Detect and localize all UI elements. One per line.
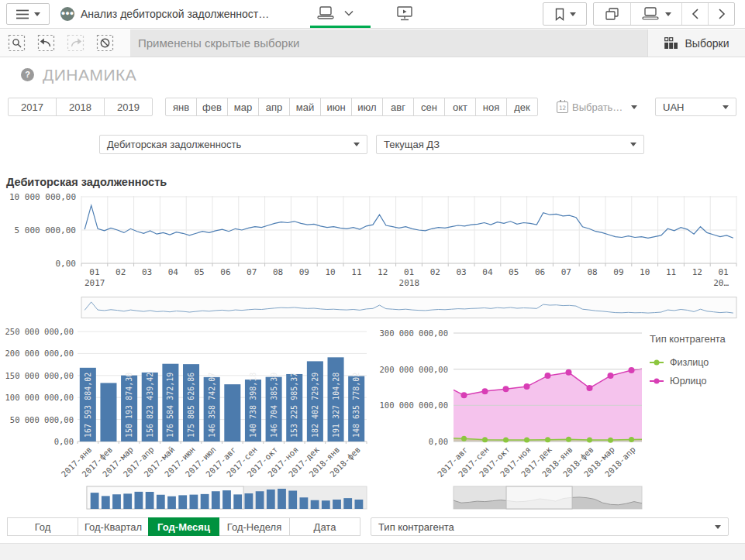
legend-item-Физлицо[interactable]: Физлицо [650, 357, 743, 368]
year-button-2018[interactable]: 2018 [56, 98, 105, 116]
bar-chart-navigator[interactable] [0, 485, 372, 513]
currency-select[interactable]: UAH [655, 98, 736, 116]
sheet-list-button[interactable] [630, 3, 681, 25]
caret-down-icon [631, 105, 637, 109]
chevron-down-icon [344, 10, 354, 16]
hamburger-icon [16, 9, 29, 19]
next-sheet-button[interactable] [708, 3, 734, 25]
year-button-2017[interactable]: 2017 [8, 98, 57, 116]
dz-type-value: Текущая ДЗ [384, 139, 440, 150]
svg-text:10: 10 [640, 267, 650, 277]
caret-down-icon [630, 143, 636, 146]
prev-sheet-button[interactable] [681, 3, 708, 25]
hidden-selections-message: Применены скрытые выборки [130, 29, 647, 57]
svg-text:01: 01 [89, 267, 99, 277]
legend-swatch-icon [650, 359, 664, 366]
period-tab-Год-Месяц[interactable]: Год-Месяц [148, 517, 219, 536]
currency-value: UAH [663, 101, 684, 113]
month-button-янв[interactable]: янв [165, 98, 197, 116]
svg-text:146 358 742,07: 146 358 742,07 [208, 373, 216, 438]
period-tab-Год-Квартал[interactable]: Год-Квартал [78, 517, 149, 536]
qlik-dashboard: ●●● Анализ дебиторской задолженност… [0, 0, 745, 560]
period-tab-Год[interactable]: Год [7, 517, 78, 536]
period-tab-group: ГодГод-КварталГод-МесяцГод-НеделяДата [8, 517, 360, 536]
active-sheet-underline [310, 26, 371, 28]
smart-search-icon[interactable] [8, 34, 26, 52]
month-button-июл[interactable]: июл [351, 98, 383, 116]
navigation-menu-button[interactable] [6, 3, 50, 25]
sheet-icon [642, 7, 659, 21]
bookmark-button[interactable] [543, 2, 587, 26]
sheet-selector-button[interactable] [316, 5, 354, 21]
app-thumbnail-icon[interactable]: ●●● [60, 7, 74, 21]
legend-items: ФизлицоЮрлицо [650, 357, 743, 387]
dz-type-select[interactable]: Текущая ДЗ [376, 135, 644, 154]
clear-selections-icon[interactable] [96, 34, 114, 52]
svg-text:191 327 104,28: 191 327 104,28 [332, 373, 340, 438]
svg-text:02: 02 [430, 267, 440, 277]
svg-text:03: 03 [142, 267, 152, 277]
month-button-авг[interactable]: авг [382, 98, 414, 116]
line-chart-navigator[interactable] [0, 296, 745, 321]
period-tab-Год-Неделя[interactable]: Год-Неделя [219, 517, 290, 536]
svg-text:0,00: 0,00 [54, 437, 74, 446]
svg-text:07: 07 [561, 267, 571, 277]
legend-item-Юрлицо[interactable]: Юрлицо [650, 376, 743, 387]
svg-text:01: 01 [718, 267, 728, 277]
counterparty-select[interactable]: Тип контрагента [371, 517, 729, 536]
period-tab-Дата[interactable]: Дата [289, 517, 360, 536]
month-button-ноя[interactable]: ноя [475, 98, 507, 116]
storytelling-icon[interactable] [396, 5, 413, 26]
svg-text:156 823 439,42: 156 823 439,42 [146, 373, 154, 438]
month-button-дек[interactable]: дек [506, 98, 538, 116]
caret-down-icon [665, 12, 671, 16]
svg-text:200 000 000,00: 200 000 000,00 [5, 349, 74, 358]
svg-text:12: 12 [692, 267, 702, 277]
caret-down-icon [354, 143, 360, 146]
year-button-2019[interactable]: 2019 [104, 98, 153, 116]
chevron-right-icon [717, 8, 726, 20]
date-picker-button[interactable]: 12 Выбрать… [557, 98, 637, 116]
svg-text:10 000 000,00: 10 000 000,00 [9, 192, 76, 202]
calendar-icon: 12 [557, 101, 568, 113]
svg-text:250 000 000,00: 250 000 000,00 [5, 328, 74, 336]
month-button-сен[interactable]: сен [413, 98, 445, 116]
svg-text:10: 10 [325, 267, 335, 277]
svg-text:02: 02 [116, 267, 126, 277]
svg-text:04: 04 [482, 267, 493, 277]
measure-select[interactable]: Дебиторская задолженность [99, 135, 367, 154]
date-picker-label: Выбрать… [572, 101, 623, 113]
receivables-line-chart[interactable]: 0,005 000 000,0010 000 000,0001020304050… [0, 192, 745, 297]
area-chart-navigator[interactable] [372, 485, 745, 513]
month-button-июн[interactable]: июн [320, 98, 352, 116]
month-button-май[interactable]: май [289, 98, 321, 116]
month-button-фев[interactable]: фев [196, 98, 228, 116]
duplicate-sheet-button[interactable] [594, 3, 630, 25]
svg-text:20…: 20… [713, 278, 729, 288]
caret-down-icon [570, 12, 576, 16]
legend-title: Тип контрагента [650, 333, 743, 345]
selection-actions [0, 29, 130, 57]
svg-text:146 704 385,39: 146 704 385,39 [270, 373, 278, 438]
help-icon[interactable]: ? [21, 68, 34, 81]
month-button-апр[interactable]: апр [258, 98, 290, 116]
sheet-heading: ДИНАМИКА [43, 66, 136, 84]
step-back-icon[interactable] [37, 34, 55, 52]
svg-text:09: 09 [299, 267, 309, 277]
svg-text:0,00: 0,00 [56, 259, 77, 269]
svg-text:2017: 2017 [85, 278, 105, 288]
svg-text:06: 06 [535, 267, 545, 277]
legend-item-label: Физлицо [670, 357, 709, 368]
svg-text:07: 07 [247, 267, 257, 277]
svg-text:11: 11 [666, 267, 676, 277]
svg-text:05: 05 [509, 267, 519, 277]
svg-text:2018: 2018 [399, 278, 420, 288]
selections-tool-button[interactable]: Выборки [647, 29, 745, 57]
month-button-мар[interactable]: мар [227, 98, 259, 116]
step-forward-icon[interactable] [67, 34, 85, 52]
month-button-окт[interactable]: окт [444, 98, 476, 116]
svg-text:140 738 398,18: 140 738 398,18 [249, 373, 257, 438]
legend-swatch-icon [650, 377, 664, 385]
receivables-bar-chart[interactable]: 0,0050 000 000,00100 000 000,00150 000 0… [0, 328, 372, 483]
sheet-icon [316, 5, 335, 21]
